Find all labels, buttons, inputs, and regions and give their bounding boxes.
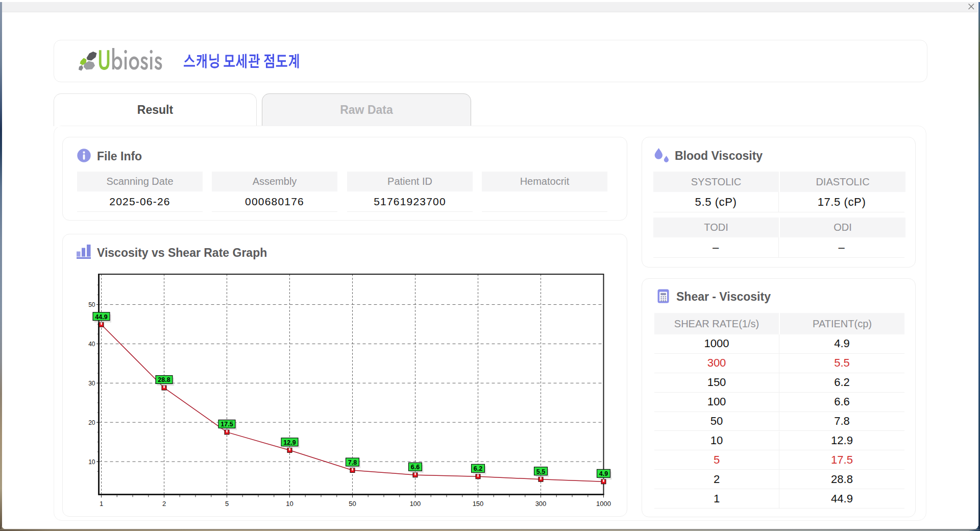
svg-text:6.2: 6.2 (474, 465, 482, 472)
svg-text:7.8: 7.8 (348, 459, 357, 466)
svg-text:100: 100 (410, 500, 421, 508)
svg-text:20: 20 (88, 419, 95, 426)
svg-text:12.9: 12.9 (283, 439, 296, 446)
svg-text:1000: 1000 (596, 500, 611, 508)
svg-text:150: 150 (473, 500, 484, 508)
svg-text:6.6: 6.6 (411, 464, 420, 471)
svg-text:10: 10 (88, 458, 95, 466)
svg-text:1: 1 (100, 500, 103, 508)
svg-text:50: 50 (88, 301, 95, 308)
svg-text:5: 5 (225, 500, 229, 508)
svg-text:4.9: 4.9 (599, 470, 608, 477)
svg-text:28.8: 28.8 (158, 376, 170, 383)
svg-text:40: 40 (88, 341, 95, 348)
svg-text:10: 10 (286, 500, 293, 508)
svg-text:300: 300 (535, 500, 547, 508)
svg-text:30: 30 (88, 380, 95, 387)
svg-text:44.9: 44.9 (95, 313, 107, 321)
svg-text:17.5: 17.5 (220, 421, 233, 428)
svg-text:2: 2 (162, 500, 166, 508)
svg-text:5.5: 5.5 (536, 468, 545, 475)
svg-text:50: 50 (349, 500, 356, 508)
